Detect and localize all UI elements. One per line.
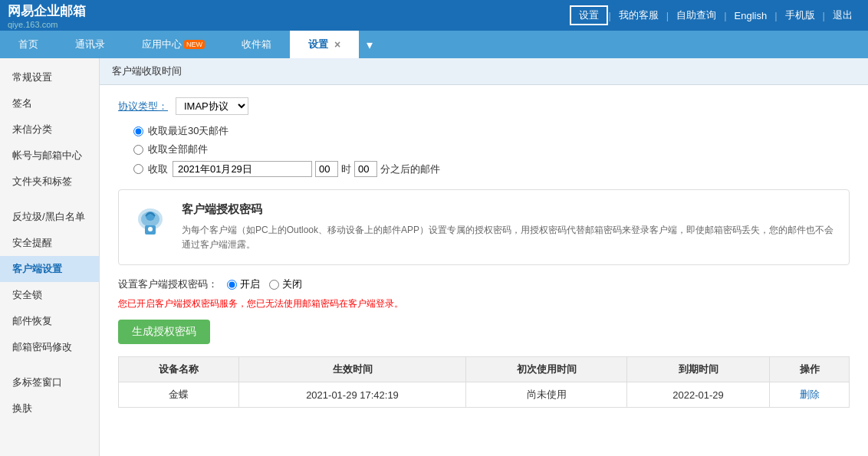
table-header-action: 操作 (770, 357, 850, 382)
radio-auth-on[interactable] (227, 280, 237, 290)
radio-custom: 收取 时 分之后的邮件 (133, 161, 850, 177)
table-cell-device: 金蝶 (119, 382, 239, 408)
auth-section: 客户端授权密码 为每个客户端（如PC上的Outlook、移动设备上的邮件APP）… (118, 189, 850, 265)
radio-recent30: 收取最近30天邮件 (133, 124, 850, 138)
sidebar-item-spam[interactable]: 反垃圾/黑白名单 (0, 204, 99, 230)
radio-all: 收取全部邮件 (133, 143, 850, 156)
tab-bar: 首页 通讯录 应用中心 NEW 收件箱 设置 × ▾ (0, 31, 868, 58)
radio-auth-off[interactable] (269, 280, 279, 290)
radio-custom-input[interactable] (133, 164, 143, 174)
radio-on-label: 开启 (227, 277, 260, 291)
table-header-device: 设备名称 (119, 357, 239, 382)
radio-off-label: 关闭 (269, 277, 302, 291)
table-header-effective-time: 生效时间 (238, 357, 466, 382)
new-badge: NEW (184, 40, 205, 49)
radio-off-text: 关闭 (282, 277, 302, 291)
sidebar-item-mail-recovery[interactable]: 邮件恢复 (0, 308, 99, 334)
top-nav: 设置 | 我的客服 | 自助查询 | English | 手机版 | 退出 (570, 5, 860, 25)
sidebar-item-multi-tab[interactable]: 多标签窗口 (0, 369, 99, 395)
minute-input[interactable] (354, 161, 377, 177)
tab-settings[interactable]: 设置 × (290, 31, 359, 58)
auth-table: 设备名称 生效时间 初次使用时间 到期时间 操作 金蝶 2021-01-29 1… (118, 356, 850, 408)
top-nav-mobile[interactable]: 手机版 (778, 8, 823, 22)
content-inner: 协议类型： IMAP协议 POP3协议 收取最近30天邮件 收取全部邮件 (100, 85, 868, 420)
top-nav-logout[interactable]: 退出 (825, 8, 860, 22)
table-row: 金蝶 2021-01-29 17:42:19 尚未使用 2022-01-29 删… (119, 382, 850, 408)
top-nav-english[interactable]: English (727, 10, 775, 21)
chevron-down-icon: ▾ (367, 38, 373, 52)
sidebar-item-account[interactable]: 帐号与邮箱中心 (0, 143, 99, 169)
auth-title: 客户端授权密码 (182, 202, 837, 217)
radio-all-label: 收取全部邮件 (148, 143, 208, 156)
tab-contacts[interactable]: 通讯录 (57, 31, 123, 58)
tab-app-center[interactable]: 应用中心 NEW (123, 31, 223, 58)
top-nav-customer-service[interactable]: 我的客服 (611, 8, 666, 22)
sidebar-item-signature[interactable]: 签名 (0, 90, 99, 116)
radio-recent30-input[interactable] (133, 126, 143, 136)
radio-on-text: 开启 (240, 277, 260, 291)
logo-area: 网易企业邮箱 qiye.163.com (8, 2, 86, 29)
auth-settings-row: 设置客户端授权密码： 开启 关闭 (118, 277, 850, 291)
sidebar: 常规设置 签名 来信分类 帐号与邮箱中心 文件夹和标签 反垃圾/黑白名单 安全提… (0, 58, 100, 456)
sidebar-divider-2 (0, 360, 99, 369)
top-bar: 网易企业邮箱 qiye.163.com 设置 | 我的客服 | 自助查询 | E… (0, 0, 868, 31)
time-separator: 时 (341, 162, 351, 176)
section-header: 客户端收取时间 (100, 58, 868, 85)
protocol-label: 协议类型： (118, 100, 168, 113)
radio-custom-prefix: 收取 (148, 162, 168, 176)
table-header-first-use: 初次使用时间 (466, 357, 627, 382)
sidebar-item-change-password[interactable]: 邮箱密码修改 (0, 334, 99, 360)
top-nav-self-query[interactable]: 自助查询 (669, 8, 724, 22)
tab-close-settings[interactable]: × (334, 38, 340, 51)
sidebar-item-mail-filter[interactable]: 来信分类 (0, 116, 99, 143)
auth-desc: 为每个客户端（如PC上的Outlook、移动设备上的邮件APP）设置专属的授权密… (182, 223, 837, 252)
date-input[interactable] (173, 161, 312, 177)
auth-status-text: 您已开启客户端授权密码服务，您已无法使用邮箱密码在客户端登录。 (118, 297, 850, 310)
top-nav-settings[interactable]: 设置 (570, 5, 608, 25)
sidebar-item-security-alert[interactable]: 安全提醒 (0, 230, 99, 256)
logo-main: 网易企业邮箱 qiye.163.com (8, 2, 86, 29)
auth-icon (131, 202, 169, 241)
table-cell-first-use: 尚未使用 (466, 382, 627, 408)
protocol-row: 协议类型： IMAP协议 POP3协议 (118, 97, 850, 115)
sidebar-divider-1 (0, 195, 99, 204)
date-inputs: 时 分之后的邮件 (173, 161, 440, 177)
hour-input[interactable] (315, 161, 338, 177)
tab-home[interactable]: 首页 (0, 31, 57, 58)
generate-auth-button[interactable]: 生成授权密码 (118, 320, 210, 344)
delete-link[interactable]: 删除 (800, 389, 820, 400)
radio-all-input[interactable] (133, 145, 143, 155)
sidebar-item-client-settings[interactable]: 客户端设置 (0, 256, 99, 282)
table-header-expiry: 到期时间 (626, 357, 769, 382)
radio-group: 收取最近30天邮件 收取全部邮件 收取 时 分之后的邮件 (133, 124, 850, 177)
tab-inbox[interactable]: 收件箱 (223, 31, 290, 58)
svg-point-3 (148, 227, 153, 231)
auth-settings-label: 设置客户端授权密码： (118, 277, 218, 291)
table-cell-effective-time: 2021-01-29 17:42:19 (238, 382, 466, 408)
sidebar-item-general[interactable]: 常规设置 (0, 64, 99, 90)
tab-more-dropdown[interactable]: ▾ (359, 31, 380, 58)
table-cell-expiry: 2022-01-29 (626, 382, 769, 408)
time-suffix: 分之后的邮件 (380, 162, 440, 176)
radio-recent30-label: 收取最近30天邮件 (148, 124, 229, 138)
main-layout: 常规设置 签名 来信分类 帐号与邮箱中心 文件夹和标签 反垃圾/黑白名单 安全提… (0, 58, 868, 456)
sidebar-item-security-lock[interactable]: 安全锁 (0, 282, 99, 308)
sidebar-item-skin[interactable]: 换肤 (0, 395, 99, 422)
table-cell-action: 删除 (770, 382, 850, 408)
auth-content: 客户端授权密码 为每个客户端（如PC上的Outlook、移动设备上的邮件APP）… (182, 202, 837, 252)
protocol-select[interactable]: IMAP协议 POP3协议 (176, 97, 248, 115)
sidebar-item-folders[interactable]: 文件夹和标签 (0, 169, 99, 195)
content-area: 客户端收取时间 协议类型： IMAP协议 POP3协议 收取最近30天邮件 收取… (100, 58, 868, 456)
